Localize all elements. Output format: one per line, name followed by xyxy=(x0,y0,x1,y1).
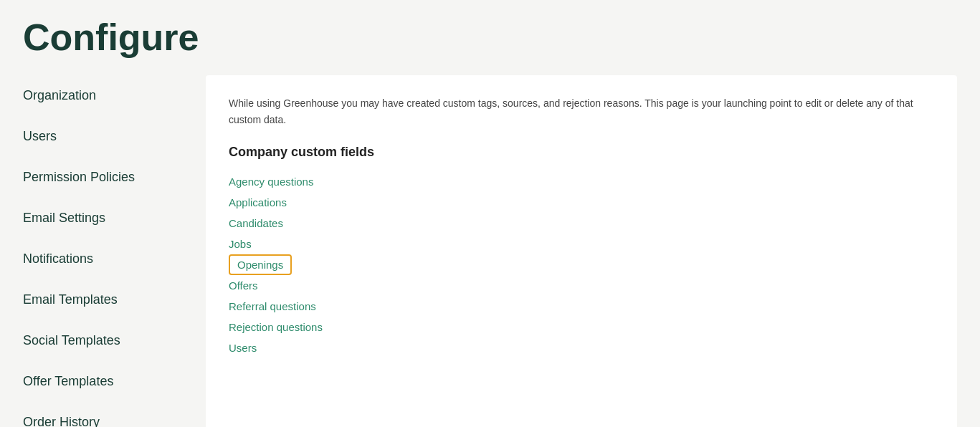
sidebar-item-notifications[interactable]: Notifications xyxy=(23,239,194,279)
description-text: While using Greenhouse you may have crea… xyxy=(229,95,917,128)
custom-field-link-candidates[interactable]: Candidates xyxy=(229,213,934,234)
custom-field-link-offers[interactable]: Offers xyxy=(229,275,934,296)
sidebar-item-email-settings[interactable]: Email Settings xyxy=(23,198,194,239)
sidebar-item-order-history[interactable]: Order History xyxy=(23,402,194,427)
custom-field-link-rejection-questions[interactable]: Rejection questions xyxy=(229,317,934,337)
custom-field-link-referral-questions[interactable]: Referral questions xyxy=(229,296,934,317)
main-content: While using Greenhouse you may have crea… xyxy=(206,75,957,427)
custom-field-link-jobs[interactable]: Jobs xyxy=(229,234,934,254)
custom-field-link-applications[interactable]: Applications xyxy=(229,192,934,213)
sidebar-item-organization[interactable]: Organization xyxy=(23,75,194,116)
page-title: Configure xyxy=(23,17,957,58)
section-title: Company custom fields xyxy=(229,145,934,160)
custom-field-link-agency-questions[interactable]: Agency questions xyxy=(229,171,934,192)
custom-fields-list: Agency questionsApplicationsCandidatesJo… xyxy=(229,171,934,358)
sidebar-item-users[interactable]: Users xyxy=(23,116,194,157)
sidebar-item-permission-policies[interactable]: Permission Policies xyxy=(23,157,194,198)
sidebar-item-offer-templates[interactable]: Offer Templates xyxy=(23,361,194,402)
sidebar-item-social-templates[interactable]: Social Templates xyxy=(23,320,194,361)
sidebar: OrganizationUsersPermission PoliciesEmai… xyxy=(23,75,206,427)
custom-field-link-users[interactable]: Users xyxy=(229,337,934,358)
sidebar-item-email-templates[interactable]: Email Templates xyxy=(23,279,194,320)
custom-field-link-openings[interactable]: Openings xyxy=(229,254,292,275)
